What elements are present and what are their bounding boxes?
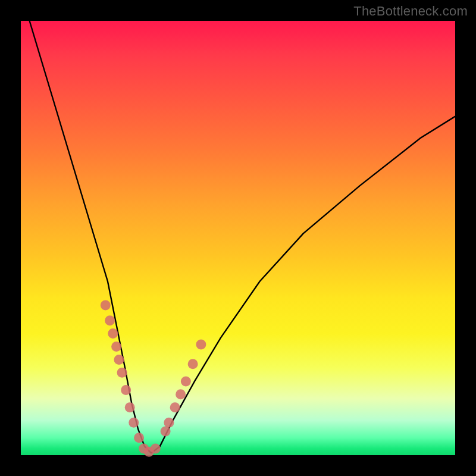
- bottleneck-curve: [30, 21, 455, 453]
- data-dot: [114, 355, 124, 365]
- data-dot: [129, 418, 139, 428]
- data-dot: [108, 328, 118, 339]
- data-dot: [161, 426, 171, 436]
- data-dot: [188, 359, 198, 369]
- data-dot: [134, 433, 144, 443]
- chart-plot-area: [21, 21, 455, 455]
- data-dot: [125, 402, 135, 412]
- chart-svg: [21, 21, 455, 455]
- data-dot: [117, 368, 127, 378]
- data-dot: [111, 342, 121, 352]
- data-dot: [170, 402, 180, 412]
- data-dot: [121, 385, 131, 395]
- data-dot: [151, 444, 161, 454]
- data-dot: [105, 315, 115, 325]
- data-dot: [101, 300, 111, 311]
- chart-frame: TheBottleneck.com: [0, 0, 476, 476]
- watermark-text: TheBottleneck.com: [353, 4, 468, 19]
- data-dot: [164, 418, 174, 428]
- data-dot: [176, 389, 186, 399]
- data-dot: [181, 376, 191, 386]
- data-dot: [196, 339, 206, 349]
